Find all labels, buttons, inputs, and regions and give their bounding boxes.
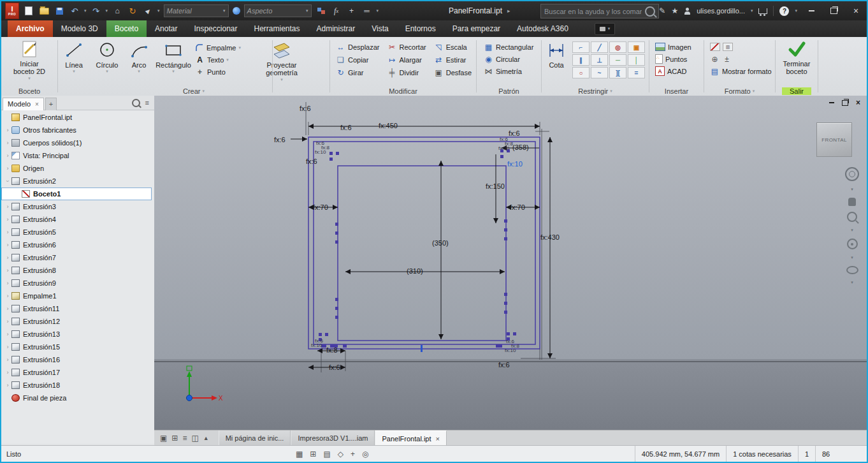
close-button[interactable]: × [848,4,864,18]
panel-label-restringir[interactable]: Restringir ▾ [542,87,649,95]
aspecto-dropdown[interactable]: Aspecto ▾ [244,4,312,17]
ribbon-tab-para-empezar[interactable]: Para empezar [444,20,509,37]
constraint-concentrica[interactable]: ◎ [609,41,626,53]
constraint-tangente[interactable]: ○ [572,67,590,78]
centerline-button[interactable] [723,43,733,51]
steering-wheel-icon[interactable] [845,167,859,181]
tree-item-extrusi-n15[interactable]: ›Extrusión15 [1,341,152,353]
tile-vertical-icon[interactable]: ◫ [191,434,198,443]
doc-minimize-icon[interactable] [829,102,834,103]
ribbon-tab-inspeccionar[interactable]: Inspeccionar [185,20,245,37]
tool-puntos[interactable]: Puntos [653,53,704,65]
canvas-label[interactable]: fx:10 [311,342,322,348]
sketch-geometry[interactable] [308,137,540,349]
expand-icon[interactable]: › [4,280,11,286]
tile-windows-icon[interactable]: ⊞ [171,434,178,443]
redo-button[interactable]: ↷ [90,4,102,17]
tool-estirar[interactable]: ⇄Estirar [432,54,474,66]
constraint-colineal[interactable]: ╱ [591,41,608,53]
user-dropdown-icon[interactable]: ▾ [751,8,753,13]
restore-button[interactable] [825,4,842,18]
canvas-label[interactable]: fx:6 [498,361,510,369]
material-dropdown[interactable]: Material ▾ [164,4,229,17]
tree-item-extrusi-n7[interactable]: ›Extrusión7 [1,251,152,264]
canvas-label[interactable]: fx:6 [329,364,340,371]
doc-close-icon[interactable]: × [856,99,860,107]
isometric-icon[interactable]: ◇ [338,450,344,459]
screencast-pill[interactable]: ▾ [595,23,616,35]
expand-icon[interactable]: › [4,267,11,274]
home-button[interactable]: ⌂ [112,4,123,17]
canvas-label[interactable]: (358) [512,143,529,151]
close-tab-icon[interactable]: × [436,435,440,443]
qat-dropdown-icon[interactable]: ▾ [377,8,379,13]
inventor-logo-icon[interactable]: I PRO [5,3,19,19]
tool-copiar[interactable]: ❏Copiar [334,54,382,66]
tool-desplazar[interactable]: ↔Desplazar [334,41,382,53]
undo-dropdown-icon[interactable]: ▾ [84,8,87,13]
canvas-label[interactable]: fx:150 [486,182,505,190]
look-at-icon[interactable] [846,266,858,274]
tree-item-origen[interactable]: ›Origen [1,162,152,175]
chevron-down-icon[interactable]: ▾ [280,77,283,82]
canvas-label[interactable]: fx:10 [507,160,523,168]
tree-item-empalme1[interactable]: ›Empalme1 [1,290,152,302]
tree-item-final-de-pieza[interactable]: Final de pieza [1,392,152,404]
tree-item-extrusi-n18[interactable]: ›Extrusión18 [1,379,152,392]
select-dropdown-icon[interactable]: ▾ [157,8,160,13]
title-chevron-icon[interactable]: ▸ [507,8,510,14]
browser-tab-modelo[interactable]: Modelo × [3,98,44,110]
canvas-label[interactable]: fx:10 [498,145,510,151]
expand-icon[interactable]: › [4,305,11,312]
chevron-down-icon[interactable]: ▾ [138,69,140,74]
ribbon-tab-herramientas[interactable]: Herramientas [245,20,308,37]
construction-line-button[interactable] [710,43,720,51]
pan-icon[interactable] [848,198,856,206]
parameters-fx-button[interactable]: fx [331,4,342,17]
precise-input-icon[interactable]: ◎ [362,450,368,459]
browser-search-icon[interactable] [132,99,140,107]
chevron-down-icon[interactable]: ▾ [106,69,108,74]
constraint-perpendicular[interactable]: ⊥ [591,54,608,66]
chevron-down-icon[interactable]: ▾ [851,280,853,285]
canvas-label[interactable]: fx:6 [300,105,311,112]
constraint-coincidente[interactable]: ⌐ [572,41,590,53]
sketch-drawing[interactable]: fx:6fx:6fx:450fx:6fx:6fx:6(358)fx:10fx:1… [154,98,867,430]
expand-icon[interactable]: › [4,382,11,388]
canvas-label[interactable]: (350) [432,239,449,247]
more-commands-button[interactable]: ═ [361,4,373,17]
adjust-button[interactable] [315,4,327,17]
minimize-button[interactable] [803,4,820,18]
ribbon-tab-entornos[interactable]: Entornos [397,20,444,37]
canvas-label[interactable]: fx:6 [509,129,520,137]
signed-in-user[interactable]: ulises.gordillo... [697,7,745,15]
expand-icon[interactable]: › [4,356,11,363]
expand-icon[interactable]: › [4,216,11,223]
search-input[interactable] [541,8,645,15]
canvas-label[interactable]: fx:10 [505,348,516,353]
canvas-label[interactable]: fx:10 [315,149,326,155]
tool-recortar[interactable]: ✂Recortar [386,41,428,53]
sketch-grid-icon[interactable]: ▦ [296,450,303,459]
update-button[interactable]: ↻ [127,4,138,17]
ribbon-tab-autodesk-a360[interactable]: Autodesk A360 [509,20,577,37]
expand-icon[interactable]: › [4,331,11,337]
doc-tab-impresora3d-v1-iam[interactable]: Impresora3D V1....iam [291,430,375,446]
expand-icon[interactable]: › [4,293,11,299]
chevron-down-icon[interactable]: ▾ [73,69,75,74]
expand-icon[interactable]: › [4,229,11,235]
constraint-suave[interactable]: ~ [591,67,608,78]
ribbon-tab-archivo[interactable]: Archivo [8,20,53,37]
expand-icon[interactable]: › [4,127,11,133]
constraint-paralela[interactable]: ∥ [572,54,590,66]
expand-icon[interactable]: › [4,140,11,146]
tree-item-extrusi-n12[interactable]: ›Extrusión12 [1,315,152,328]
finish-sketch-button[interactable]: Terminar boceto [777,37,816,76]
tool-escala[interactable]: ◹Escala [432,41,474,53]
tool-circular[interactable]: ◉Circular [482,53,541,65]
expand-icon[interactable]: › [4,344,11,350]
pen-icon[interactable]: ✎ [659,6,665,15]
help-button[interactable]: ? [779,6,789,16]
doc-tab-mi-p-gina-de-inic[interactable]: Mi página de inic... [219,430,291,446]
tool-punto[interactable]: + Punto [193,66,252,78]
